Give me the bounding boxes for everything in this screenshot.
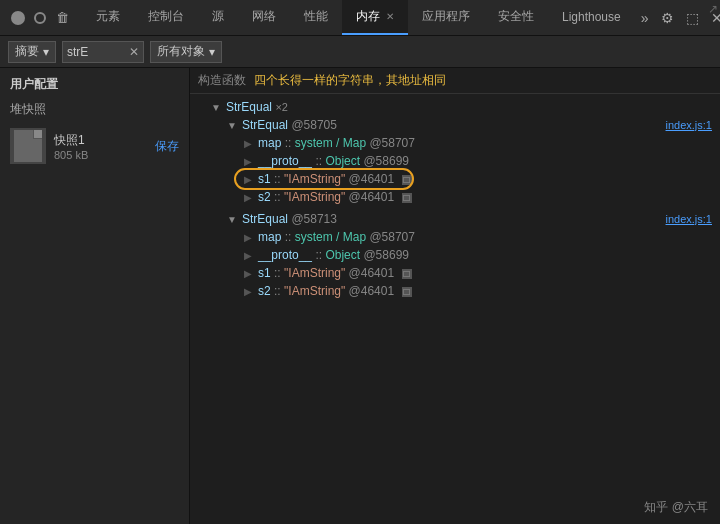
snapshot-info: 快照1 805 kB	[54, 132, 147, 161]
tree-row-s1b[interactable]: s1 :: "IAmString" @46401 □	[190, 264, 720, 282]
corner-indicator: ↗	[708, 2, 718, 16]
snapshot-thumbnail	[10, 128, 46, 164]
tab-elements[interactable]: 元素	[82, 0, 134, 35]
sub-bar: 摘要 ▾ ✕ 所有对象 ▾	[0, 36, 720, 68]
toggle-58705[interactable]	[226, 119, 238, 131]
label-s2: s2 :: "IAmString" @46401 □	[258, 190, 712, 204]
search-clear-button[interactable]: ✕	[129, 45, 139, 59]
constructor-label: 构造函数	[198, 72, 246, 89]
tree-row-s2b[interactable]: s2 :: "IAmString" @46401 □	[190, 282, 720, 300]
label-s2b: s2 :: "IAmString" @46401 □	[258, 284, 712, 298]
label-proto: __proto__ :: Object @58699	[258, 154, 712, 168]
search-box: ✕	[62, 41, 144, 63]
label-strequal-58713: StrEqual @58713	[242, 212, 666, 226]
main-layout: 用户配置 堆快照 快照1 805 kB 保存 构造函数 四个长得一样的字符串，其…	[0, 68, 720, 524]
tree-row-proto2-58699[interactable]: __proto__ :: Object @58699	[190, 246, 720, 264]
toggle-strequal-group[interactable]	[210, 101, 222, 113]
attribution: 知乎 @六耳	[644, 499, 708, 516]
dropdown1-chevron: ▾	[43, 45, 49, 59]
tree-row-map2-58707[interactable]: map :: system / Map @58707	[190, 228, 720, 246]
settings-icon[interactable]: ⚙	[657, 8, 678, 28]
user-config-title: 用户配置	[0, 68, 189, 97]
tab-lighthouse[interactable]: Lighthouse	[548, 0, 635, 35]
clear-button[interactable]: 🗑	[52, 8, 72, 28]
right-panel: 构造函数 四个长得一样的字符串，其地址相同 StrEqual ×2	[190, 68, 720, 524]
s2b-badge: □	[402, 287, 412, 297]
stop-button[interactable]	[30, 8, 50, 28]
dropdown2-chevron: ▾	[209, 45, 215, 59]
devtools-toolbar: 🗑	[8, 8, 72, 28]
search-input[interactable]	[67, 45, 127, 59]
link-index-js-1b[interactable]: index.js:1	[666, 213, 712, 225]
label-s1: s1 :: "IAmString" @46401 □	[258, 172, 712, 186]
snapshot-size: 805 kB	[54, 149, 147, 161]
top-bar: 🗑 元素 控制台 源 网络 性能 内存 ✕ 应用程序	[0, 0, 720, 36]
tab-application[interactable]: 应用程序	[408, 0, 484, 35]
tree-row-s2[interactable]: s2 :: "IAmString" @46401 □	[190, 188, 720, 206]
link-index-js-1a[interactable]: index.js:1	[666, 119, 712, 131]
toggle-proto[interactable]	[242, 155, 254, 167]
s2-badge: □	[402, 193, 412, 203]
label-map: map :: system / Map @58707	[258, 136, 712, 150]
toggle-s1b[interactable]	[242, 267, 254, 279]
tree-row-s1-highlighted[interactable]: s1 :: "IAmString" @46401 □	[190, 170, 720, 188]
tree-row-strequal-58705[interactable]: StrEqual @58705 index.js:1	[190, 116, 720, 134]
tab-console[interactable]: 控制台	[134, 0, 198, 35]
tree-group-1: StrEqual ×2 StrEqual @58705 index.js:1	[190, 98, 720, 206]
dock-icon[interactable]: ⬚	[682, 8, 703, 28]
tree-row-strequal-58713[interactable]: StrEqual @58713 index.js:1	[190, 210, 720, 228]
tab-network[interactable]: 网络	[238, 0, 290, 35]
sidebar: 用户配置 堆快照 快照1 805 kB 保存	[0, 68, 190, 524]
toggle-proto2[interactable]	[242, 249, 254, 261]
tab-memory-close[interactable]: ✕	[386, 11, 394, 22]
more-tabs-icon[interactable]: »	[637, 8, 653, 28]
toggle-58713[interactable]	[226, 213, 238, 225]
tab-group: 元素 控制台 源 网络 性能 内存 ✕ 应用程序 安全性	[82, 0, 635, 35]
toggle-map2[interactable]	[242, 231, 254, 243]
toggle-s1[interactable]	[242, 173, 254, 185]
strequal-group-label: StrEqual ×2	[226, 100, 712, 114]
annotation-text: 四个长得一样的字符串，其地址相同	[254, 72, 446, 89]
tree-row-strequal-group[interactable]: StrEqual ×2	[190, 98, 720, 116]
toggle-s2b[interactable]	[242, 285, 254, 297]
tab-memory[interactable]: 内存 ✕	[342, 0, 408, 35]
label-strequal-58705: StrEqual @58705	[242, 118, 666, 132]
summary-dropdown[interactable]: 摘要 ▾	[8, 41, 56, 63]
tree-row-map-58707[interactable]: map :: system / Map @58707	[190, 134, 720, 152]
tree-view: StrEqual ×2 StrEqual @58705 index.js:1	[190, 94, 720, 524]
label-s1b: s1 :: "IAmString" @46401 □	[258, 266, 712, 280]
snapshot-name: 快照1	[54, 132, 147, 149]
s1-badge: □	[402, 175, 412, 185]
label-map2: map :: system / Map @58707	[258, 230, 712, 244]
heap-snapshot-subtitle: 堆快照	[0, 97, 189, 122]
tab-security[interactable]: 安全性	[484, 0, 548, 35]
toggle-s2[interactable]	[242, 191, 254, 203]
constructor-header: 构造函数 四个长得一样的字符串，其地址相同	[190, 68, 720, 94]
label-proto2: __proto__ :: Object @58699	[258, 248, 712, 262]
snapshot-item[interactable]: 快照1 805 kB 保存	[0, 122, 189, 170]
save-snapshot-button[interactable]: 保存	[155, 138, 179, 155]
tab-performance[interactable]: 性能	[290, 0, 342, 35]
toggle-map[interactable]	[242, 137, 254, 149]
tab-sources[interactable]: 源	[198, 0, 238, 35]
all-objects-dropdown[interactable]: 所有对象 ▾	[150, 41, 222, 63]
s1b-badge: □	[402, 269, 412, 279]
record-button[interactable]	[8, 8, 28, 28]
tree-group-2: StrEqual @58713 index.js:1 map :: system…	[190, 210, 720, 300]
tree-row-proto-58699[interactable]: __proto__ :: Object @58699	[190, 152, 720, 170]
